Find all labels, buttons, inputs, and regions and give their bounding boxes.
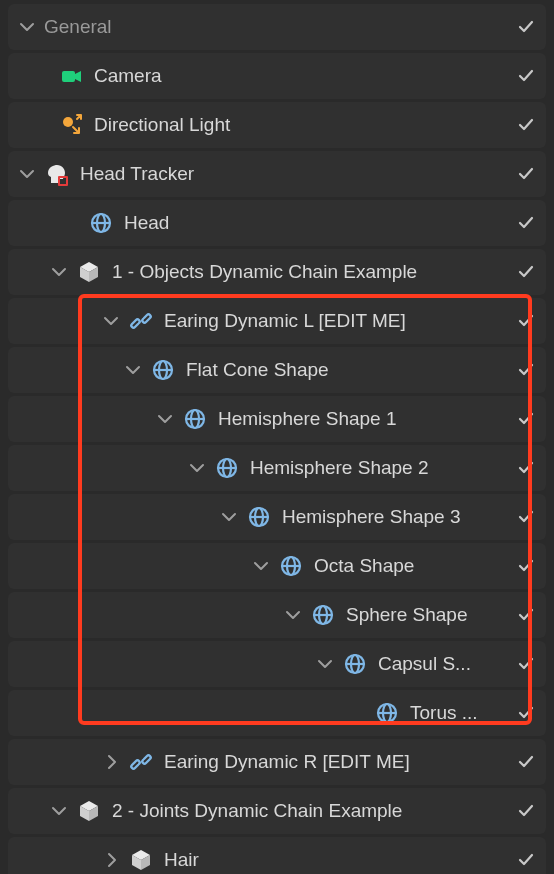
tree-label: Hemisphere Shape 2 — [250, 457, 546, 479]
chevron-down-icon — [124, 361, 142, 379]
visibility-check[interactable] — [514, 102, 538, 148]
globe-icon — [276, 551, 306, 581]
head-tracker-icon — [42, 159, 72, 189]
visibility-check[interactable] — [514, 347, 538, 393]
visibility-check[interactable] — [514, 592, 538, 638]
tree-row-camera[interactable]: Camera — [8, 53, 546, 99]
visibility-check[interactable] — [514, 837, 538, 874]
globe-icon — [340, 649, 370, 679]
hierarchy-panel: General Camera Directional Light Head Tr… — [0, 0, 554, 874]
link-icon — [126, 747, 156, 777]
tree-row-earing-r[interactable]: Earing Dynamic R [EDIT ME] — [8, 739, 546, 785]
tree-label: 1 - Objects Dynamic Chain Example — [112, 261, 546, 283]
tree-row-torus[interactable]: Torus ... — [8, 690, 546, 736]
tree-label: Head — [124, 212, 546, 234]
visibility-check[interactable] — [514, 788, 538, 834]
chevron-down-icon — [102, 312, 120, 330]
chevron-down-icon — [50, 802, 68, 820]
tree-label: Head Tracker — [80, 163, 546, 185]
tree-label: Earing Dynamic L [EDIT ME] — [164, 310, 546, 332]
visibility-check[interactable] — [514, 4, 538, 50]
visibility-check[interactable] — [514, 396, 538, 442]
globe-icon — [148, 355, 178, 385]
tree-row-hemi2[interactable]: Hemisphere Shape 2 — [8, 445, 546, 491]
globe-icon — [180, 404, 210, 434]
camera-icon — [56, 61, 86, 91]
link-icon — [126, 306, 156, 336]
visibility-check[interactable] — [514, 249, 538, 295]
globe-icon — [308, 600, 338, 630]
tree-row-earing-l[interactable]: Earing Dynamic L [EDIT ME] — [8, 298, 546, 344]
visibility-check[interactable] — [514, 543, 538, 589]
tree-label: Directional Light — [94, 114, 546, 136]
tree-row-head[interactable]: Head — [8, 200, 546, 246]
visibility-check[interactable] — [514, 53, 538, 99]
visibility-check[interactable] — [514, 494, 538, 540]
tree-label: 2 - Joints Dynamic Chain Example — [112, 800, 546, 822]
tree-label: Camera — [94, 65, 546, 87]
chevron-down-icon — [316, 655, 334, 673]
visibility-check[interactable] — [514, 739, 538, 785]
chevron-right-icon — [102, 851, 120, 869]
tree-label: Hemisphere Shape 3 — [282, 506, 546, 528]
tree-label: Flat Cone Shape — [186, 359, 546, 381]
chevron-right-icon — [102, 753, 120, 771]
chevron-down-icon — [284, 606, 302, 624]
globe-icon — [372, 698, 402, 728]
tree-row-octa[interactable]: Octa Shape — [8, 543, 546, 589]
tree-row-hemi3[interactable]: Hemisphere Shape 3 — [8, 494, 546, 540]
tree-label: General — [44, 16, 546, 38]
visibility-check[interactable] — [514, 641, 538, 687]
globe-icon — [244, 502, 274, 532]
cube-icon — [74, 796, 104, 826]
tree-label: Hemisphere Shape 1 — [218, 408, 546, 430]
globe-icon — [86, 208, 116, 238]
globe-icon — [212, 453, 242, 483]
chevron-down-icon — [18, 18, 36, 36]
tree-row-hemi1[interactable]: Hemisphere Shape 1 — [8, 396, 546, 442]
tree-row-hair[interactable]: Hair — [8, 837, 546, 874]
tree-row-head-tracker[interactable]: Head Tracker — [8, 151, 546, 197]
chevron-down-icon — [50, 263, 68, 281]
tree-label: Earing Dynamic R [EDIT ME] — [164, 751, 546, 773]
chevron-down-icon — [220, 508, 238, 526]
chevron-down-icon — [18, 165, 36, 183]
chevron-down-icon — [156, 410, 174, 428]
light-icon — [56, 110, 86, 140]
tree-row-general[interactable]: General — [8, 4, 546, 50]
cube-icon — [126, 845, 156, 874]
tree-row-flat-cone[interactable]: Flat Cone Shape — [8, 347, 546, 393]
visibility-check[interactable] — [514, 298, 538, 344]
visibility-check[interactable] — [514, 200, 538, 246]
visibility-check[interactable] — [514, 690, 538, 736]
tree-row-objects-example[interactable]: 1 - Objects Dynamic Chain Example — [8, 249, 546, 295]
tree-row-capsule[interactable]: Capsul S... — [8, 641, 546, 687]
tree-row-directional-light[interactable]: Directional Light — [8, 102, 546, 148]
chevron-down-icon — [188, 459, 206, 477]
chevron-down-icon — [252, 557, 270, 575]
cube-icon — [74, 257, 104, 287]
visibility-check[interactable] — [514, 151, 538, 197]
tree-label: Octa Shape — [314, 555, 546, 577]
tree-label: Hair — [164, 849, 546, 871]
tree-row-joints-example[interactable]: 2 - Joints Dynamic Chain Example — [8, 788, 546, 834]
tree-row-sphere[interactable]: Sphere Shape — [8, 592, 546, 638]
visibility-check[interactable] — [514, 445, 538, 491]
